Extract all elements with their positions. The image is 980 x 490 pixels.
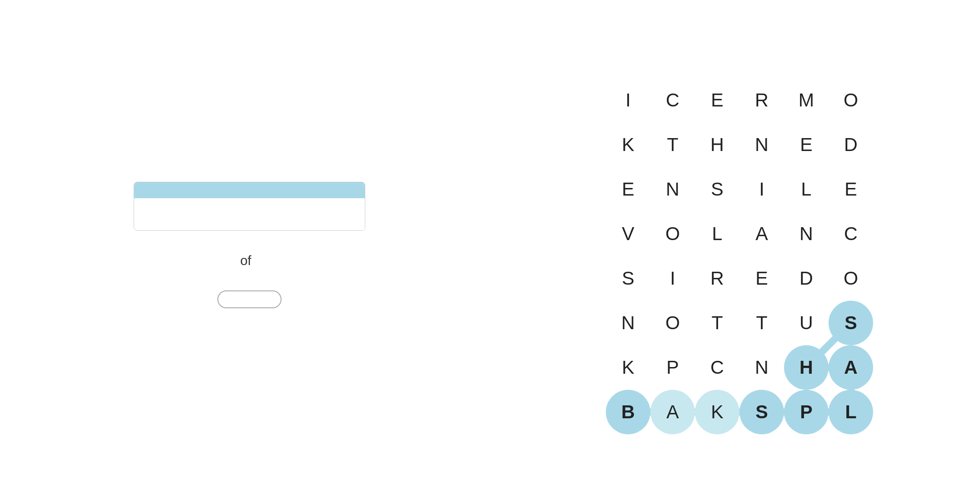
- hint-button[interactable]: [217, 290, 282, 308]
- grid-cell[interactable]: T: [650, 122, 695, 167]
- theme-card: [134, 182, 365, 231]
- grid-cell[interactable]: K: [606, 345, 650, 390]
- grid-cell[interactable]: S: [739, 390, 784, 434]
- grid-cell[interactable]: A: [650, 390, 695, 434]
- grid-cell[interactable]: I: [650, 256, 695, 301]
- grid-cell[interactable]: O: [650, 212, 695, 256]
- grid-cell[interactable]: H: [695, 122, 739, 167]
- grid-cell[interactable]: A: [739, 212, 784, 256]
- grid-cell[interactable]: O: [829, 256, 873, 301]
- grid-cell[interactable]: P: [650, 345, 695, 390]
- right-panel: ICERMOKTHNEDENSILEVOLANCSIREDONOTTUSKPCN…: [499, 38, 980, 452]
- grid-cell[interactable]: K: [695, 390, 739, 434]
- grid-cell[interactable]: E: [784, 122, 829, 167]
- grid-cell[interactable]: L: [784, 167, 829, 212]
- grid-cell[interactable]: M: [784, 78, 829, 122]
- theme-header: [134, 182, 365, 198]
- grid-cell[interactable]: S: [695, 167, 739, 212]
- grid-cell[interactable]: N: [606, 301, 650, 345]
- grid-cell[interactable]: N: [739, 345, 784, 390]
- found-text: of: [237, 253, 262, 268]
- grid-cell[interactable]: N: [739, 122, 784, 167]
- grid-cell[interactable]: H: [784, 345, 829, 390]
- grid-cell[interactable]: O: [650, 301, 695, 345]
- grid-cell[interactable]: P: [784, 390, 829, 434]
- app-container: of ICERMOKTHNEDENSILEVOLANCSIREDONOTTUSK…: [0, 0, 980, 490]
- grid-cell[interactable]: O: [829, 78, 873, 122]
- grid-cell[interactable]: U: [784, 301, 829, 345]
- grid-cell[interactable]: N: [650, 167, 695, 212]
- grid-cell[interactable]: T: [695, 301, 739, 345]
- grid-cell[interactable]: T: [739, 301, 784, 345]
- grid-cell[interactable]: R: [739, 78, 784, 122]
- theme-body: [134, 198, 365, 230]
- grid-cell[interactable]: R: [695, 256, 739, 301]
- grid-cell[interactable]: I: [739, 167, 784, 212]
- grid-cell[interactable]: E: [829, 167, 873, 212]
- grid-cell[interactable]: A: [829, 345, 873, 390]
- grid-cell[interactable]: D: [784, 256, 829, 301]
- grid-cell[interactable]: C: [695, 345, 739, 390]
- grid-cell[interactable]: S: [829, 301, 873, 345]
- grid-cell[interactable]: S: [606, 256, 650, 301]
- grid-cell[interactable]: V: [606, 212, 650, 256]
- grid-cell[interactable]: D: [829, 122, 873, 167]
- left-panel: of: [0, 155, 499, 335]
- grid-cell[interactable]: L: [829, 390, 873, 434]
- grid-cell[interactable]: B: [606, 390, 650, 434]
- grid-cell[interactable]: K: [606, 122, 650, 167]
- grid-cell[interactable]: E: [695, 78, 739, 122]
- grid-cell[interactable]: L: [695, 212, 739, 256]
- grid-cell[interactable]: C: [650, 78, 695, 122]
- grid-wrapper: ICERMOKTHNEDENSILEVOLANCSIREDONOTTUSKPCN…: [606, 78, 873, 434]
- grid-cell[interactable]: I: [606, 78, 650, 122]
- grid-cell[interactable]: N: [784, 212, 829, 256]
- letter-grid[interactable]: ICERMOKTHNEDENSILEVOLANCSIREDONOTTUSKPCN…: [606, 78, 873, 434]
- grid-cell[interactable]: C: [829, 212, 873, 256]
- grid-cell[interactable]: E: [739, 256, 784, 301]
- grid-cell[interactable]: E: [606, 167, 650, 212]
